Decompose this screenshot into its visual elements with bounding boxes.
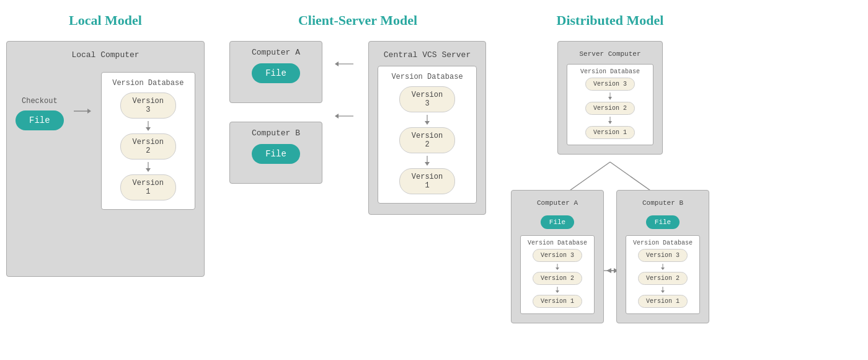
cs-version-1: Version 1 — [399, 168, 455, 194]
dist-b-v2-v1-arrow — [658, 287, 667, 293]
dist-file-b-btn: File — [646, 215, 680, 229]
cs-model-layout: Computer A File Computer B File — [229, 41, 486, 215]
svg-marker-29 — [556, 290, 559, 293]
svg-marker-23 — [608, 97, 612, 100]
dist-srv-v3: Version 3 — [585, 78, 635, 91]
cs-arrows-col — [335, 41, 356, 120]
dist-server-label: Server Computer — [567, 50, 653, 58]
svg-marker-5 — [146, 168, 151, 172]
local-version-3: Version 3 — [120, 92, 176, 119]
cs-version-3: Version 3 — [399, 86, 455, 112]
distributed-section: Distributed Model Server Computer — [511, 12, 709, 339]
cs-version-2: Version 2 — [399, 127, 455, 153]
cs-server-db-label: Version Database — [387, 73, 467, 81]
svg-marker-1 — [87, 109, 91, 114]
cs-server-label: Central VCS Server — [378, 50, 477, 60]
dist-a-v3-v2-arrow — [553, 264, 562, 270]
dist-b-v3-v2-arrow — [658, 264, 667, 270]
local-inner-box: Version Database Version 3 Version 2 Ve — [101, 72, 195, 210]
dist-a-v3: Version 3 — [533, 249, 582, 262]
local-computer-box: Local Computer Checkout File V — [6, 41, 205, 277]
svg-marker-21 — [606, 268, 611, 273]
dist-comp-a-label: Computer A — [520, 199, 595, 207]
cs-arrow-b — [335, 112, 356, 120]
svg-marker-27 — [556, 268, 559, 270]
cs-arrow-a — [335, 60, 356, 68]
cs-computer-a-label: Computer A — [252, 48, 300, 57]
dist-title: Distributed Model — [557, 12, 664, 29]
cs-v3-v2-arrow — [421, 115, 433, 125]
dist-a-v2-v1-arrow — [553, 287, 562, 293]
cs-v2-v1-arrow — [421, 156, 433, 166]
dist-srv-v3-v2-arrow — [605, 92, 615, 100]
dist-computer-b-box: Computer B File Version Database Version… — [616, 190, 709, 323]
local-db-label: Version Database — [110, 79, 186, 88]
local-model-title: Local Model — [69, 12, 142, 29]
dist-comp-b-db-label: Version Database — [631, 240, 694, 246]
dist-comp-a-inner: Version Database Version 3 Version 2 Ver… — [520, 235, 595, 314]
dist-file-a-btn: File — [541, 215, 574, 229]
dist-a-v1: Version 1 — [533, 295, 582, 308]
svg-marker-31 — [661, 268, 665, 270]
cs-title: Client-Server Model — [298, 12, 417, 29]
svg-marker-11 — [425, 121, 430, 125]
local-arrow — [74, 107, 91, 115]
local-file-button: File — [16, 110, 64, 130]
dist-b-v3: Version 3 — [638, 249, 688, 262]
dist-srv-v1: Version 1 — [585, 126, 635, 139]
cs-computer-a-box: Computer A File — [229, 41, 322, 103]
client-server-section: Client-Server Model Computer A File Comp… — [229, 12, 486, 215]
svg-marker-9 — [335, 114, 339, 119]
svg-marker-13 — [425, 162, 430, 166]
dist-server-db-label: Version Database — [572, 68, 648, 75]
dist-layout: Server Computer Version Database Version… — [511, 41, 709, 339]
cs-server-box: Central VCS Server Version Database Vers… — [368, 41, 486, 215]
checkout-label: Checkout — [22, 97, 58, 106]
dist-b-v1: Version 1 — [638, 295, 688, 308]
svg-marker-25 — [608, 121, 612, 124]
dist-srv-v2: Version 2 — [585, 102, 635, 115]
svg-marker-3 — [146, 127, 151, 131]
cs-file-a-button: File — [252, 63, 300, 83]
dist-server-inner: Version Database Version 3 Version 2 Ver… — [567, 64, 653, 145]
dist-computer-a-box: Computer A File Version Database Version… — [511, 190, 604, 323]
diagram-container: Local Model Local Computer Checkout File — [6, 12, 862, 339]
svg-marker-7 — [335, 61, 339, 66]
dist-server-box: Server Computer Version Database Version… — [557, 41, 663, 155]
dist-comp-b-label: Computer B — [626, 199, 700, 207]
local-version-db-container: Version Database Version 3 Version 2 Ve — [101, 72, 195, 210]
dist-b-v2: Version 2 — [638, 272, 688, 285]
cs-server-inner: Version Database Version 3 Version 2 Ver… — [378, 66, 477, 204]
cs-computers-column: Computer A File Computer B File — [229, 41, 322, 184]
dist-a-v2: Version 2 — [533, 272, 582, 285]
cs-computer-b-box: Computer B File — [229, 122, 322, 184]
local-computer-label: Local Computer — [16, 50, 195, 60]
local-model-section: Local Model Local Computer Checkout File — [6, 12, 205, 277]
dist-srv-v2-v1-arrow — [605, 117, 615, 124]
local-v2-v1-arrow — [142, 162, 154, 172]
dist-comp-b-inner: Version Database Version 3 Version 2 Ver… — [626, 235, 700, 314]
local-version-1: Version 1 — [120, 174, 176, 200]
local-v3-v2-arrow — [142, 121, 154, 131]
cs-file-b-button: File — [252, 144, 300, 164]
svg-marker-33 — [661, 290, 665, 293]
local-version-2: Version 2 — [120, 133, 176, 160]
cs-wrapper: Computer A File Computer B File — [229, 41, 486, 215]
dist-comp-a-db-label: Version Database — [526, 240, 589, 246]
cs-computer-b-label: Computer B — [252, 128, 300, 138]
local-left-column: Checkout File — [16, 72, 64, 130]
